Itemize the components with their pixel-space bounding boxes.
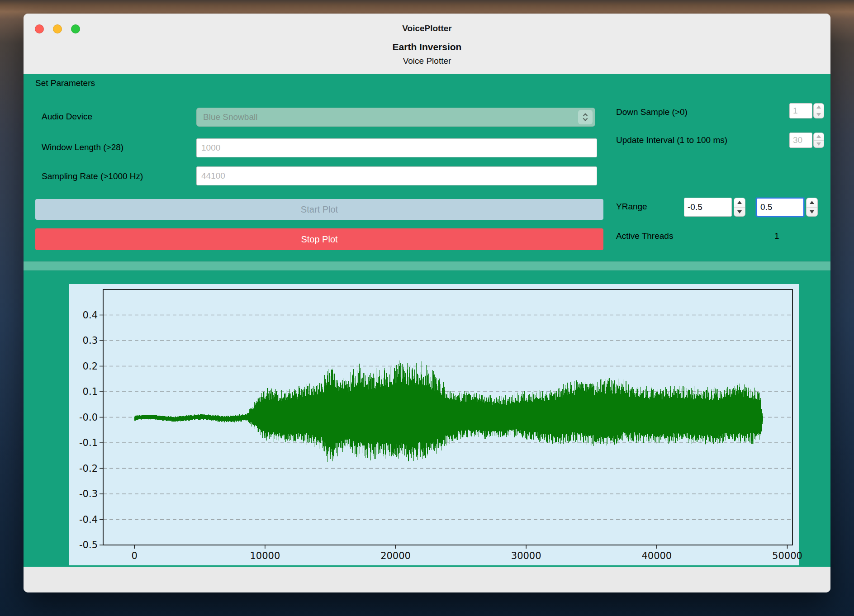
y-tick-label: 0.1 <box>69 385 98 398</box>
audio-device-select[interactable]: Blue Snowball <box>196 108 595 127</box>
x-tick-label: 50000 <box>772 550 802 561</box>
down-sample-spinbox <box>789 103 824 118</box>
splitter-handle[interactable] <box>24 261 830 270</box>
start-plot-button[interactable]: Start Plot <box>35 199 603 220</box>
y-tick-label: -0.2 <box>69 462 98 475</box>
down-sample-input[interactable] <box>789 103 812 118</box>
update-interval-input[interactable] <box>789 133 812 148</box>
stepper-up-icon[interactable] <box>814 104 824 111</box>
stop-plot-button[interactable]: Stop Plot <box>35 228 603 250</box>
y-tick-label: 0.3 <box>69 334 98 347</box>
yrange-label: YRange <box>616 202 647 212</box>
x-tick-label: 30000 <box>511 550 541 561</box>
y-tick-label: -0.5 <box>69 539 98 551</box>
update-interval-label: Update Interval (1 to 100 ms) <box>616 135 727 145</box>
stepper-down-icon[interactable] <box>734 207 745 217</box>
yrange-min-stepper[interactable] <box>734 198 745 217</box>
y-tick-label: -0.3 <box>69 488 98 500</box>
stepper-down-icon[interactable] <box>807 207 817 217</box>
app-heading: Earth Inversion <box>24 42 830 52</box>
yrange-min-input[interactable] <box>684 198 732 217</box>
down-sample-label: Down Sample (>0) <box>616 107 688 117</box>
parameters-panel: Set Parameters Audio Device Blue Snowbal… <box>24 74 830 567</box>
y-tick-label: 0.2 <box>69 360 98 373</box>
window-footer <box>24 567 830 592</box>
y-tick-label: 0.4 <box>69 309 98 322</box>
down-sample-stepper[interactable] <box>813 103 824 118</box>
stepper-up-icon[interactable] <box>814 133 824 140</box>
update-interval-stepper[interactable] <box>813 133 824 148</box>
stepper-up-icon[interactable] <box>807 198 817 207</box>
x-tick-label: 0 <box>132 550 138 561</box>
stepper-down-icon[interactable] <box>814 111 824 118</box>
window-title: VoicePlotter <box>24 24 830 33</box>
x-tick-label: 40000 <box>641 550 672 561</box>
waveform-plot <box>103 289 792 545</box>
update-interval-spinbox <box>789 133 824 148</box>
yrange-max-spinbox <box>756 198 818 217</box>
y-tick-label: -0.1 <box>69 436 98 449</box>
sampling-rate-input[interactable] <box>196 166 597 185</box>
updown-chevron-icon <box>578 110 593 124</box>
active-threads-label: Active Threads <box>616 231 673 241</box>
x-tick-label: 20000 <box>380 550 411 561</box>
app-window: VoicePlotter Earth Inversion Voice Plott… <box>24 14 830 592</box>
yrange-min-spinbox <box>684 198 745 217</box>
waveform-figure: 0.40.30.20.1-0.0-0.1-0.2-0.3-0.4-0.50100… <box>69 284 799 565</box>
y-tick-label: -0.4 <box>69 513 98 526</box>
stepper-up-icon[interactable] <box>734 198 745 207</box>
yrange-max-stepper[interactable] <box>806 198 818 217</box>
sampling-rate-label: Sampling Rate (>1000 Hz) <box>42 171 143 181</box>
audio-device-label: Audio Device <box>42 112 92 122</box>
active-threads-value: 1 <box>774 231 779 241</box>
app-subheading: Voice Plotter <box>24 56 830 66</box>
yrange-max-input[interactable] <box>756 198 804 217</box>
waveform-series <box>134 360 763 462</box>
window-length-input[interactable] <box>196 138 597 157</box>
group-title: Set Parameters <box>35 78 95 88</box>
stepper-down-icon[interactable] <box>814 140 824 148</box>
audio-device-value: Blue Snowball <box>203 108 257 126</box>
window-titlebar: VoicePlotter Earth Inversion Voice Plott… <box>24 14 830 74</box>
y-tick-label: -0.0 <box>69 411 98 424</box>
window-length-label: Window Length (>28) <box>42 142 123 152</box>
x-tick-label: 10000 <box>250 550 280 561</box>
